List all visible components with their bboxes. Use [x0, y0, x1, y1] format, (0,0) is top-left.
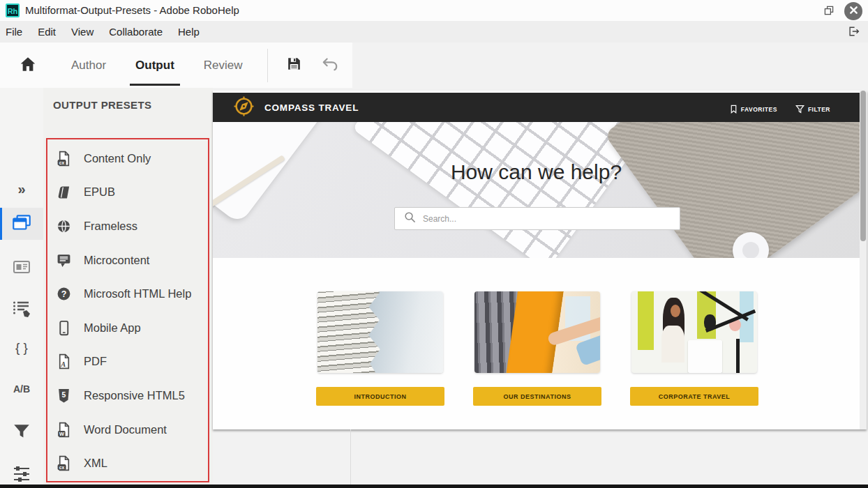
home-button[interactable]	[19, 55, 37, 76]
microphone-photo-shape	[704, 314, 715, 330]
menu-item-help[interactable]: Help	[170, 21, 207, 43]
card-image-introduction[interactable]	[317, 291, 443, 373]
site-header-actions: FAVORITES FILTER	[730, 95, 830, 124]
save-icon	[285, 55, 303, 75]
close-icon	[849, 5, 858, 17]
rail-item-layout[interactable]	[0, 258, 43, 279]
output-preview-window: COMPASS TRAVEL FAVORITES FILTER	[213, 91, 867, 429]
word-file-icon: W	[56, 422, 71, 438]
svg-text:W: W	[59, 430, 63, 436]
menu-item-collaborate[interactable]: Collaborate	[101, 21, 170, 43]
preset-item-pdf[interactable]: A PDF	[47, 345, 208, 379]
menu-item-edit[interactable]: Edit	[30, 21, 63, 43]
question-circle-icon: ?	[56, 286, 71, 302]
left-rail: » { } A/B	[0, 88, 43, 485]
globe-icon	[56, 218, 71, 234]
restore-window-icon[interactable]	[823, 5, 835, 19]
close-button[interactable]	[844, 2, 862, 20]
person-photo-shape	[661, 326, 684, 363]
rail-item-snippets[interactable]: { }	[0, 340, 43, 356]
preset-item-frameless[interactable]: Frameless	[47, 209, 208, 243]
laptop-photo-shape	[688, 340, 722, 373]
favorites-label: FAVORITES	[741, 106, 777, 113]
rail-item-settings[interactable]	[0, 464, 43, 487]
book-icon	[56, 184, 71, 200]
preset-label: Word Document	[84, 423, 167, 436]
preset-label: Mobile App	[84, 321, 141, 335]
preset-item-content-only[interactable]: cx Content Only	[47, 142, 208, 176]
svg-text:5: 5	[61, 391, 66, 399]
save-button[interactable]	[285, 55, 303, 75]
card-image-destinations[interactable]	[474, 291, 600, 373]
preview-site-header: COMPASS TRAVEL FAVORITES FILTER	[213, 93, 860, 122]
scrollbar-thumb[interactable]	[860, 91, 866, 241]
speech-bubble-icon	[56, 252, 71, 268]
search-input[interactable]	[421, 213, 680, 224]
robohelp-logo: Rh	[6, 3, 20, 17]
main-toolbar: Author Output Review	[0, 43, 352, 88]
tab-author[interactable]: Author	[64, 43, 113, 87]
sliders-icon	[12, 464, 31, 487]
preset-label: Frameless	[84, 220, 137, 233]
robohelp-window: Rh Multiformat-Output-Presets - Adobe Ro…	[0, 0, 868, 488]
output-presets-icon	[10, 211, 33, 238]
preset-label: PDF	[84, 355, 107, 368]
tag-list-icon	[11, 298, 32, 322]
tab-review[interactable]: Review	[197, 43, 250, 87]
toolbar-divider	[267, 49, 268, 82]
preset-item-microsoft-html-help[interactable]: ? Microsoft HTML Help	[47, 277, 208, 311]
compass-icon	[234, 96, 254, 119]
introduction-button[interactable]: INTRODUCTION	[316, 387, 444, 406]
ab-variables-icon: A/B	[13, 383, 30, 395]
html5-shield-icon: 5	[56, 388, 71, 404]
menu-item-file[interactable]: File	[0, 21, 30, 43]
mic-stand-shape	[736, 339, 740, 373]
svg-text:cx: cx	[59, 465, 64, 470]
title-bar: Rh Multiformat-Output-Presets - Adobe Ro…	[0, 0, 868, 21]
file-cx-icon: cx	[56, 455, 71, 471]
svg-text:cx: cx	[59, 160, 64, 165]
card-layout-icon	[12, 258, 31, 279]
menu-bar: File Edit View Collaborate Help	[0, 21, 868, 43]
wall-panel-shape	[638, 291, 654, 350]
preset-label: Microsoft HTML Help	[84, 287, 191, 300]
rail-item-condition-filter[interactable]	[0, 421, 43, 445]
brand: COMPASS TRAVEL	[234, 96, 359, 119]
braces-icon: { }	[15, 340, 28, 356]
filter-funnel-icon	[12, 421, 31, 445]
search-icon	[395, 211, 421, 226]
rail-item-tags[interactable]	[0, 298, 43, 322]
preset-item-responsive-html5[interactable]: 5 Responsive HTML5	[47, 379, 208, 413]
corporate-travel-button[interactable]: CORPORATE TRAVEL	[630, 387, 758, 406]
preset-item-microcontent[interactable]: Microcontent	[47, 243, 208, 277]
our-destinations-button[interactable]: OUR DESTINATIONS	[473, 387, 601, 406]
preset-label: Content Only	[84, 152, 151, 165]
svg-text:?: ?	[61, 289, 66, 299]
bottom-edge-strip	[0, 485, 868, 488]
preset-item-xml[interactable]: cx XML	[47, 446, 208, 480]
rail-item-variables[interactable]: A/B	[0, 383, 43, 395]
panel-boundary-line	[350, 429, 351, 485]
double-chevron-icon: »	[17, 181, 25, 197]
phone-icon	[56, 320, 71, 336]
undo-button[interactable]	[321, 55, 339, 76]
preset-item-word-document[interactable]: W Word Document	[47, 413, 208, 447]
filter-button[interactable]: FILTER	[795, 105, 830, 115]
home-icon	[19, 55, 37, 76]
menu-item-view[interactable]: View	[63, 21, 101, 43]
panel-title: OUTPUT PRESETS	[53, 99, 151, 111]
card-image-corporate[interactable]	[631, 291, 757, 373]
preset-label: Responsive HTML5	[84, 389, 185, 402]
tab-output[interactable]: Output	[128, 43, 181, 87]
expand-rail-button[interactable]: »	[0, 181, 43, 197]
favorites-button[interactable]: FAVORITES	[730, 105, 777, 115]
search-box[interactable]	[394, 207, 680, 230]
undo-icon	[321, 55, 339, 76]
page-heading: How can we help?	[213, 160, 860, 184]
preset-item-epub[interactable]: EPUB	[47, 176, 208, 210]
exit-application-icon[interactable]	[847, 25, 860, 40]
preview-scrollbar[interactable]	[860, 91, 867, 429]
rail-item-output-presets[interactable]	[0, 211, 43, 238]
preset-item-mobile-app[interactable]: Mobile App	[47, 311, 208, 345]
bookmark-icon	[730, 105, 738, 115]
